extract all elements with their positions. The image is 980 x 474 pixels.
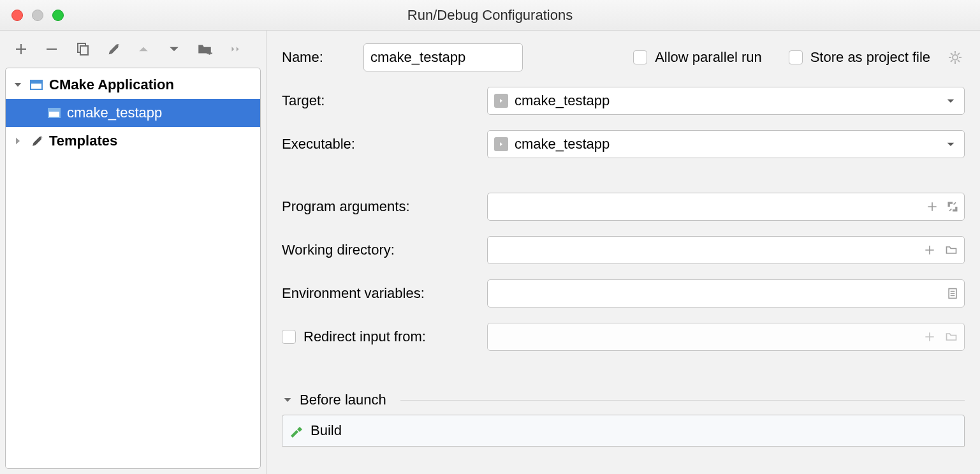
copy-configuration-button[interactable] — [73, 40, 92, 59]
working-directory-label: Working directory: — [282, 242, 473, 258]
tree-node-label: CMake Application — [49, 77, 174, 93]
chevron-down-icon — [944, 138, 958, 150]
before-launch-section: Before launch Build — [282, 392, 965, 447]
executable-label: Executable: — [282, 136, 473, 152]
window-minimize-button[interactable] — [32, 10, 43, 21]
name-label: Name: — [282, 49, 352, 66]
environment-variables-label: Environment variables: — [282, 285, 473, 302]
target-label: Target: — [282, 93, 473, 109]
move-down-button[interactable] — [165, 40, 184, 59]
redirect-input-checkbox[interactable] — [282, 330, 296, 344]
edit-templates-button[interactable] — [103, 40, 122, 59]
wrench-icon — [29, 133, 44, 149]
add-configuration-button[interactable] — [11, 40, 31, 59]
svg-line-14 — [958, 53, 960, 55]
store-as-project-file-label: Store as project file — [810, 49, 930, 66]
tree-node-label: Templates — [49, 133, 117, 149]
browse-folder-button — [944, 330, 959, 343]
expand-field-button[interactable] — [946, 200, 959, 213]
titlebar: Run/Debug Configurations — [0, 0, 980, 31]
configurations-tree[interactable]: CMake Application cmake_testapp Template… — [5, 68, 261, 469]
executable-dropdown[interactable]: cmake_testapp — [487, 130, 965, 158]
program-arguments-input[interactable] — [487, 193, 965, 221]
edit-env-button[interactable] — [946, 286, 959, 300]
window-controls — [0, 10, 64, 21]
browse-folder-button[interactable] — [944, 244, 959, 256]
store-options-gear-button[interactable] — [946, 48, 965, 67]
sidebar: CMake Application cmake_testapp Template… — [0, 31, 267, 474]
folder-button[interactable] — [195, 40, 214, 59]
working-directory-input[interactable] — [487, 236, 965, 264]
svg-rect-5 — [48, 108, 60, 112]
before-launch-item-label: Build — [311, 422, 342, 439]
window-close-button[interactable] — [11, 10, 23, 21]
cmake-app-icon — [47, 105, 62, 121]
allow-parallel-run-checkbox[interactable]: Allow parallel run — [633, 49, 762, 66]
cmake-app-icon — [29, 77, 44, 93]
chevron-right-icon — [12, 135, 24, 147]
hammer-icon — [289, 423, 304, 438]
more-button[interactable] — [226, 40, 245, 59]
redirect-input-label: Redirect input from: — [304, 329, 426, 345]
svg-line-13 — [951, 60, 953, 62]
name-input[interactable]: cmake_testapp — [363, 43, 523, 71]
divider — [400, 400, 965, 401]
insert-macro-button[interactable] — [923, 244, 936, 256]
target-dropdown[interactable]: cmake_testapp — [487, 87, 965, 115]
store-as-project-file-checkbox[interactable]: Store as project file — [789, 49, 930, 66]
before-launch-title: Before launch — [300, 392, 386, 408]
svg-point-6 — [953, 55, 958, 60]
svg-rect-1 — [80, 46, 88, 55]
tree-node-cmake-testapp[interactable]: cmake_testapp — [6, 99, 260, 127]
checkbox-icon — [633, 50, 647, 64]
sidebar-toolbar — [0, 31, 266, 68]
checkbox-icon — [789, 50, 803, 64]
tree-node-cmake-application[interactable]: CMake Application — [6, 71, 260, 99]
insert-macro-button[interactable] — [926, 200, 939, 213]
move-up-button[interactable] — [134, 40, 153, 59]
chevron-down-icon[interactable] — [282, 394, 293, 406]
window-title: Run/Debug Configurations — [0, 7, 980, 24]
insert-macro-button — [923, 330, 936, 343]
chevron-down-icon — [944, 95, 958, 107]
svg-rect-3 — [31, 80, 42, 84]
program-arguments-label: Program arguments: — [282, 198, 473, 215]
before-launch-list[interactable]: Build — [282, 415, 965, 447]
executable-icon — [494, 94, 508, 108]
svg-line-11 — [951, 53, 953, 55]
executable-icon — [494, 137, 508, 151]
tree-node-label: cmake_testapp — [67, 105, 162, 121]
svg-line-12 — [958, 60, 960, 62]
remove-configuration-button[interactable] — [42, 40, 61, 59]
chevron-down-icon — [12, 79, 24, 91]
allow-parallel-run-label: Allow parallel run — [655, 49, 762, 66]
configuration-form: Name: cmake_testapp Allow parallel run S… — [267, 31, 980, 474]
name-value: cmake_testapp — [370, 49, 516, 66]
environment-variables-input[interactable] — [487, 279, 965, 307]
executable-value: cmake_testapp — [515, 136, 937, 152]
redirect-input-path-input — [487, 323, 965, 351]
tree-node-templates[interactable]: Templates — [6, 127, 260, 155]
window-zoom-button[interactable] — [52, 10, 64, 21]
target-value: cmake_testapp — [515, 93, 937, 109]
